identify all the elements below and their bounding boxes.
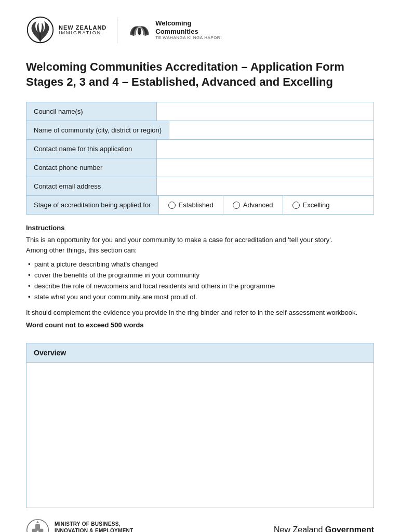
instructions-word-count: Word count not to exceed 500 words [26, 321, 374, 329]
svg-rect-0 [39, 32, 41, 42]
contact-email-label: Contact email address [26, 177, 156, 195]
svg-marker-8 [36, 521, 39, 523]
council-name-row: Council name(s) [26, 102, 374, 121]
nz-sublabel: IMMIGRATION [59, 31, 106, 36]
contact-phone-input[interactable] [156, 158, 374, 177]
nzg-label-normal: New Zealand [274, 525, 323, 532]
page: NEW ZEALAND IMMIGRATION We [0, 0, 400, 532]
contact-name-row: Contact name for this application [26, 139, 374, 158]
svg-point-2 [138, 28, 141, 35]
stage-option-established[interactable]: Established [159, 196, 223, 214]
instructions-note: It should complement the evidence you pr… [26, 308, 374, 318]
instructions-intro: This is an opportunity for you and your … [26, 235, 374, 255]
mbie-name-line1: MINISTRY OF BUSINESS, [55, 521, 134, 527]
instruction-bullet-2: cover the benefits of the programme in y… [26, 270, 374, 281]
contact-name-input[interactable] [156, 140, 374, 158]
radio-excelling-icon[interactable] [292, 202, 300, 209]
nzg-label-bold: Government [325, 525, 374, 532]
overview-section: Overview [26, 343, 374, 508]
instructions-list: paint a picture describing what's change… [26, 259, 374, 302]
svg-rect-6 [38, 529, 43, 532]
stage-option-advanced-label: Advanced [243, 201, 273, 209]
instruction-bullet-1: paint a picture describing what's change… [26, 259, 374, 270]
nz-immigration-logo: NEW ZEALAND IMMIGRATION [26, 16, 106, 44]
wc-title: WelcomingCommunities [155, 19, 222, 35]
welcoming-communities-text: WelcomingCommunities TE WĀHANGA KI NGĀ H… [155, 19, 222, 41]
instructions-section: Instructions This is an opportunity for … [26, 224, 374, 329]
overview-body[interactable] [26, 363, 374, 508]
stage-option-excelling-label: Excelling [303, 201, 330, 209]
nzg-logo: New Zealand Government [274, 525, 374, 532]
svg-rect-5 [32, 529, 37, 532]
instruction-bullet-4: state what you and your community are mo… [26, 292, 374, 303]
stage-option-advanced[interactable]: Advanced [223, 196, 283, 214]
contact-email-input[interactable] [156, 177, 374, 195]
community-name-row: Name of community (city, district or reg… [26, 121, 374, 140]
footer: MINISTRY OF BUSINESS, INNOVATION & EMPLO… [26, 508, 374, 532]
mbie-crest-icon [26, 518, 49, 532]
stage-options: Established Advanced Excelling [158, 196, 374, 214]
stage-row: Stage of accreditation being applied for… [26, 195, 374, 215]
mbie-name-line2: INNOVATION & EMPLOYMENT [55, 527, 134, 532]
nz-label: NEW ZEALAND [59, 24, 106, 31]
community-name-input[interactable] [169, 121, 374, 139]
stage-option-established-label: Established [179, 201, 214, 209]
stage-option-excelling[interactable]: Excelling [283, 196, 339, 214]
radio-advanced-icon[interactable] [233, 202, 240, 209]
nzg-text: New Zealand Government [274, 525, 374, 532]
welcoming-communities-icon [128, 18, 151, 42]
radio-established-icon[interactable] [168, 202, 176, 209]
contact-name-label: Contact name for this application [26, 140, 156, 158]
contact-phone-label: Contact phone number [26, 158, 156, 177]
community-name-label: Name of community (city, district or reg… [26, 121, 169, 139]
council-name-label: Council name(s) [26, 102, 156, 121]
stage-label: Stage of accreditation being applied for [26, 196, 158, 214]
contact-phone-row: Contact phone number [26, 158, 374, 177]
contact-email-row: Contact email address [26, 177, 374, 196]
nz-fern-icon [26, 16, 55, 44]
wc-subtitle: TE WĀHANGA KI NGĀ HAPORI [155, 35, 222, 41]
main-title: Welcoming Communities Accreditation – Ap… [26, 60, 374, 89]
instructions-title: Instructions [26, 224, 374, 232]
council-name-input[interactable] [156, 102, 374, 121]
overview-header: Overview [26, 343, 374, 363]
welcoming-communities-logo: WelcomingCommunities TE WĀHANGA KI NGĀ H… [128, 18, 222, 42]
form-section: Council name(s) Name of community (city,… [26, 102, 374, 215]
header-logos: NEW ZEALAND IMMIGRATION We [26, 16, 374, 44]
nz-immigration-text: NEW ZEALAND IMMIGRATION [59, 24, 106, 36]
instruction-bullet-3: describe the role of newcomers and local… [26, 281, 374, 292]
mbie-logo: MINISTRY OF BUSINESS, INNOVATION & EMPLO… [26, 518, 134, 532]
logo-divider [117, 17, 117, 43]
mbie-text: MINISTRY OF BUSINESS, INNOVATION & EMPLO… [55, 521, 134, 532]
